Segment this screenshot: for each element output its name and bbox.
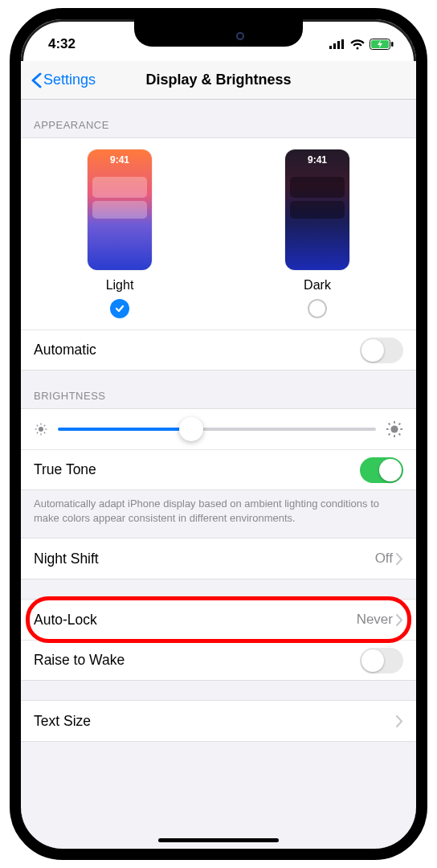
raise-to-wake-row[interactable]: Raise to Wake — [21, 640, 416, 680]
clock: 4:32 — [48, 36, 76, 52]
svg-line-21 — [389, 424, 390, 425]
chevron-right-icon — [396, 614, 403, 626]
brightness-header: BRIGHTNESS — [21, 371, 416, 408]
chevron-right-icon — [396, 553, 403, 565]
volume-down-button — [10, 285, 10, 341]
svg-line-12 — [37, 425, 39, 427]
back-button[interactable]: Settings — [31, 72, 96, 88]
silent-switch — [10, 172, 10, 206]
light-radio[interactable] — [110, 299, 129, 318]
brightness-slider[interactable] — [58, 428, 376, 431]
true-tone-label: True Tone — [34, 461, 96, 478]
svg-line-24 — [399, 424, 401, 425]
automatic-toggle[interactable] — [360, 338, 403, 363]
thumb-widget — [290, 201, 345, 219]
text-size-row[interactable]: Text Size — [21, 701, 416, 741]
dark-radio[interactable] — [308, 299, 327, 318]
appearance-dark-option[interactable]: 9:41 Dark — [285, 149, 349, 321]
slider-thumb[interactable] — [179, 417, 203, 441]
raise-to-wake-toggle[interactable] — [360, 648, 403, 674]
thumb-widget — [92, 201, 147, 219]
battery-charging-icon — [370, 39, 394, 50]
text-size-label: Text Size — [34, 713, 91, 730]
svg-rect-3 — [341, 39, 344, 49]
appearance-light-option[interactable]: 9:41 Light — [88, 149, 152, 321]
back-label: Settings — [43, 72, 96, 88]
auto-lock-label: Auto-Lock — [34, 612, 97, 628]
light-thumbnail: 9:41 — [88, 149, 152, 270]
automatic-row[interactable]: Automatic — [21, 330, 416, 370]
chevron-left-icon — [31, 72, 42, 88]
svg-rect-2 — [337, 41, 340, 49]
true-tone-row[interactable]: True Tone — [21, 449, 416, 489]
auto-lock-value: Never — [357, 612, 393, 628]
thumb-widget — [92, 177, 147, 198]
svg-line-22 — [399, 434, 401, 436]
brightness-group: True Tone — [21, 408, 416, 490]
svg-rect-6 — [391, 42, 394, 47]
thumb-widget — [290, 177, 345, 198]
appearance-header: APPEARANCE — [21, 100, 416, 137]
true-tone-footer: Automatically adapt iPhone display based… — [21, 490, 416, 538]
sun-max-icon — [386, 420, 403, 438]
wifi-icon — [350, 39, 365, 50]
thumb-time: 9:41 — [88, 154, 152, 166]
svg-line-15 — [44, 425, 46, 427]
settings-scroll[interactable]: APPEARANCE 9:41 Light 9:41 — [21, 100, 416, 849]
dark-label: Dark — [285, 278, 349, 293]
dark-thumbnail: 9:41 — [285, 149, 349, 270]
volume-up-button — [10, 217, 10, 273]
night-shift-value: Off — [375, 551, 393, 567]
home-indicator[interactable] — [158, 838, 279, 842]
automatic-label: Automatic — [34, 342, 96, 358]
sun-min-icon — [34, 422, 48, 436]
power-button — [427, 228, 427, 309]
notch — [134, 19, 303, 47]
night-shift-label: Night Shift — [34, 551, 99, 567]
svg-rect-0 — [329, 46, 332, 49]
checkmark-icon — [114, 303, 125, 314]
chevron-right-icon — [396, 715, 403, 727]
svg-line-23 — [389, 434, 390, 436]
svg-point-7 — [39, 427, 43, 432]
svg-rect-1 — [333, 43, 336, 49]
night-shift-row[interactable]: Night Shift Off — [21, 538, 416, 579]
thumb-time: 9:41 — [285, 154, 349, 166]
auto-lock-row[interactable]: Auto-Lock Never — [21, 600, 416, 640]
brightness-slider-row — [21, 409, 416, 449]
text-group: Text Size — [21, 700, 416, 742]
svg-point-16 — [390, 425, 398, 432]
iphone-frame: 4:32 Settings Display & Brightness APPEA… — [10, 8, 427, 860]
nav-bar: Settings Display & Brightness — [21, 61, 416, 100]
true-tone-toggle[interactable] — [360, 457, 403, 483]
light-label: Light — [88, 278, 152, 293]
front-camera-icon — [236, 32, 244, 40]
raise-to-wake-label: Raise to Wake — [34, 652, 125, 669]
svg-line-13 — [44, 432, 46, 434]
night-shift-group: Night Shift Off — [21, 538, 416, 579]
cellular-signal-icon — [329, 39, 345, 49]
svg-line-14 — [37, 432, 39, 434]
appearance-group: 9:41 Light 9:41 Dark — [21, 137, 416, 371]
lock-group: Auto-Lock Never Raise to Wake — [21, 599, 416, 681]
page-title: Display & Brightness — [145, 72, 291, 88]
